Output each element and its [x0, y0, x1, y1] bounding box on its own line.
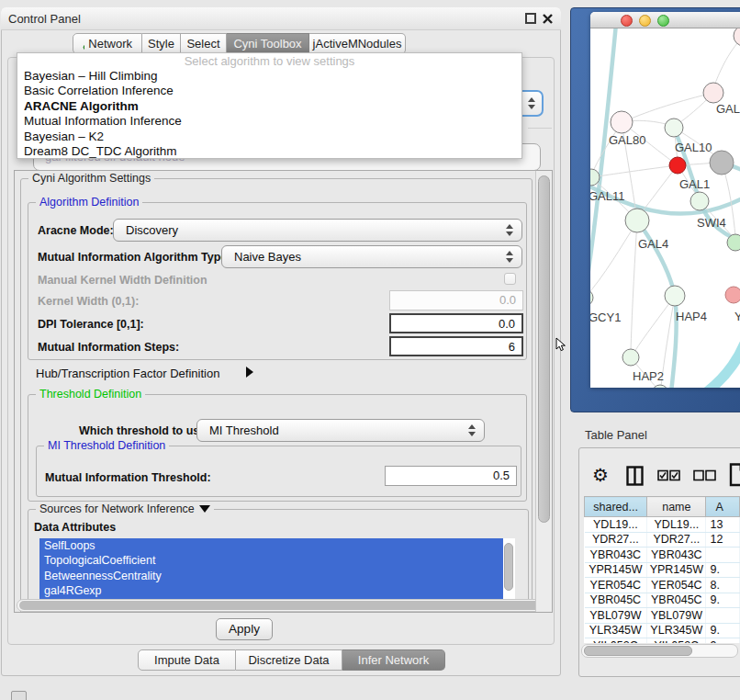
which-threshold-combobox[interactable]: MI Threshold [196, 419, 485, 442]
network-node[interactable] [710, 151, 734, 175]
table-panel-title: Table Panel [585, 428, 647, 442]
tab-select[interactable]: Select [181, 33, 227, 54]
tab-impute-data[interactable]: Impute Data [138, 649, 236, 671]
cell[interactable]: 9. [706, 638, 740, 644]
network-node[interactable] [625, 209, 649, 232]
cell[interactable]: YBR045C [647, 593, 706, 608]
cell[interactable]: YBL079W [585, 608, 647, 624]
mac-minimize-button[interactable] [639, 15, 651, 27]
kernel-width-field[interactable]: 0.0 [389, 290, 523, 310]
network-node[interactable] [690, 192, 709, 210]
cell[interactable]: YDR27... [647, 532, 706, 548]
tab-style[interactable]: Style [142, 33, 181, 54]
table-row[interactable]: YPR145W YPR145W 9. [585, 562, 740, 578]
mi-type-combobox[interactable]: Naive Bayes [221, 245, 522, 268]
network-node[interactable] [622, 349, 639, 366]
cell[interactable]: YBR043C [647, 548, 706, 563]
network-node[interactable] [611, 111, 633, 133]
cell[interactable]: YBR045C [585, 593, 647, 608]
tab-network-label: Network [88, 34, 132, 53]
mi-steps-field[interactable]: 6 [389, 336, 523, 356]
tab-jactivemnodules[interactable]: jActiveMNodules [309, 33, 406, 54]
cell[interactable]: YLR345W [647, 623, 706, 638]
cell[interactable] [706, 548, 740, 563]
deselect-all-columns-icon[interactable] [693, 469, 717, 481]
float-window-icon[interactable] [525, 13, 536, 24]
collapse-down-icon[interactable] [199, 505, 210, 513]
cell[interactable]: YDL19... [585, 517, 647, 533]
table-row[interactable]: YIL052C YIL052C 9. [585, 638, 740, 644]
mac-zoom-button[interactable] [657, 15, 669, 27]
expand-right-icon[interactable] [246, 367, 253, 378]
network-canvas[interactable]: GAL GAL80 GAL10 GAL1 GAL11 SWI4 GAL4 GCY… [590, 28, 740, 388]
table-row[interactable]: YBR045C YBR045C 9. [585, 593, 740, 608]
table-row[interactable]: YER054C YER054C 8. [585, 578, 740, 593]
table-horizontal-scrollbar-thumb[interactable] [584, 646, 692, 656]
table-row[interactable]: YLR345W YLR345W 9. [585, 623, 740, 638]
cell[interactable]: YDR27... [585, 532, 647, 548]
network-node[interactable] [665, 286, 685, 306]
close-icon[interactable] [542, 12, 554, 24]
list-item-betweennesscentrality[interactable]: BetweennessCentrality [39, 569, 503, 583]
collapsed-panel-icon[interactable] [11, 691, 27, 700]
cell[interactable]: 9. [706, 562, 740, 578]
cell[interactable]: YBL079W [647, 608, 706, 624]
network-node-selected[interactable] [669, 157, 686, 174]
mac-close-button[interactable] [621, 15, 633, 27]
list-item-topologicalcoefficient[interactable]: TopologicalCoefficient [39, 553, 503, 568]
settings-horizontal-scrollbar-thumb[interactable] [19, 601, 544, 610]
popup-item-bayesian-k2[interactable]: Bayesian – K2 [17, 130, 521, 144]
column-header-shared-name[interactable]: shared... [585, 497, 647, 517]
network-node[interactable] [590, 289, 593, 306]
tab-network[interactable]: Network [73, 33, 142, 54]
export-table-icon[interactable] [729, 463, 740, 487]
cell[interactable]: YBR043C [585, 548, 647, 563]
table-row[interactable]: YBR043C YBR043C [585, 548, 740, 563]
mi-threshold-field[interactable]: 0.5 [385, 466, 517, 486]
column-header-3[interactable]: A [706, 497, 740, 517]
network-node[interactable] [725, 287, 740, 303]
cell[interactable]: YIL052C [647, 638, 706, 644]
tab-cyni-toolbox[interactable]: Cyni Toolbox [227, 33, 309, 54]
settings-vertical-scrollbar-thumb[interactable] [538, 175, 550, 523]
popup-item-mutual-information[interactable]: Mutual Information Inference [17, 114, 521, 129]
table-row[interactable]: YDR27... YDR27... 12 [585, 532, 740, 548]
list-scrollbar-thumb[interactable] [504, 543, 513, 591]
cell[interactable]: YPR145W [647, 562, 706, 578]
cell[interactable] [706, 608, 740, 624]
cell[interactable]: YER054C [585, 578, 647, 593]
cell[interactable]: 9. [706, 623, 740, 638]
list-item-selfloops[interactable]: SelfLoops [39, 538, 503, 553]
column-header-name[interactable]: name [647, 497, 706, 517]
aracne-mode-combobox[interactable]: Discovery [113, 219, 522, 242]
popup-item-basic-correlation[interactable]: Basic Correlation Inference [17, 84, 521, 98]
tab-infer-network[interactable]: Infer Network [342, 649, 445, 671]
cell[interactable]: YIL052C [585, 638, 647, 644]
cell[interactable]: YDL19... [647, 517, 706, 533]
split-columns-icon[interactable] [626, 466, 645, 486]
cell[interactable]: YLR345W [585, 623, 647, 638]
cell[interactable]: 8. [706, 578, 740, 593]
manual-kernel-checkbox[interactable] [504, 273, 516, 285]
cell[interactable]: YPR145W [585, 562, 647, 578]
select-all-columns-icon[interactable] [657, 469, 681, 481]
popup-item-dream8[interactable]: Dream8 DC_TDC Algorithm [17, 144, 521, 159]
network-node[interactable] [734, 28, 740, 46]
tab-discretize-data[interactable]: Discretize Data [236, 649, 342, 671]
cell[interactable]: 9. [706, 593, 740, 608]
table-row[interactable]: YBL079W YBL079W [585, 608, 740, 624]
network-node[interactable] [703, 83, 723, 103]
cell[interactable]: 12 [706, 532, 740, 548]
network-node[interactable] [665, 119, 683, 137]
list-item-gal4rgexp[interactable]: gal4RGexp [39, 583, 503, 598]
cell[interactable]: YER054C [647, 578, 706, 593]
popup-item-aracne[interactable]: ARACNE Algorithm [17, 99, 521, 114]
network-node[interactable] [727, 234, 740, 251]
gear-icon[interactable]: ⚙ [592, 464, 609, 486]
popup-item-bayesian-hill-climbing[interactable]: Bayesian – Hill Climbing [17, 69, 521, 84]
dpi-tolerance-field[interactable]: 0.0 [389, 313, 523, 333]
cell[interactable]: 13 [706, 517, 740, 533]
table-row[interactable]: YDL19... YDL19... 13 [585, 517, 740, 533]
apply-button[interactable]: Apply [216, 618, 273, 640]
data-attributes-list: SelfLoops TopologicalCoefficient Between… [39, 538, 515, 599]
